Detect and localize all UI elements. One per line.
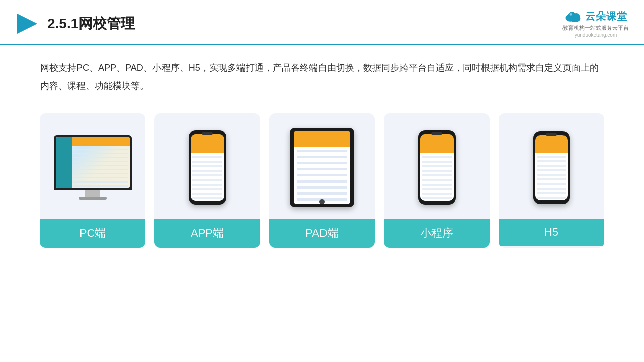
cards-container: PC端 APP端	[0, 95, 644, 248]
card-h5-image	[499, 113, 604, 219]
logo-text: 云朵课堂	[585, 10, 627, 23]
phone-screen-content-app	[191, 134, 224, 201]
card-miniapp-label: 小程序	[384, 219, 490, 248]
logo-tagline: 教育机构一站式服务云平台	[562, 24, 629, 32]
svg-point-4	[573, 13, 580, 19]
cloud-icon	[564, 9, 582, 23]
svg-point-5	[570, 13, 572, 16]
card-app-image	[154, 113, 260, 219]
pc-screen-inner	[56, 137, 130, 188]
logo-cloud: 云朵课堂	[564, 9, 627, 23]
phone-notch-app	[202, 132, 213, 135]
card-app: APP端	[154, 113, 260, 248]
card-app-label: APP端	[154, 219, 260, 248]
card-pad-label: PAD端	[269, 219, 375, 248]
description: 网校支持PC、APP、PAD、小程序、H5，实现多端打通，产品各终端自由切换，数…	[0, 45, 644, 95]
phone-outer-app	[189, 130, 226, 205]
tablet-screen-content	[294, 131, 350, 204]
pc-base	[79, 197, 107, 200]
card-pad: PAD端	[269, 113, 375, 248]
card-h5-label: H5	[499, 219, 604, 246]
card-miniapp-image	[384, 113, 490, 219]
device-tablet	[290, 128, 354, 207]
card-pc-label: PC端	[40, 219, 145, 248]
device-phone-miniapp	[418, 130, 456, 205]
phone-screen-miniapp	[420, 134, 454, 201]
pc-stand	[85, 190, 100, 197]
phone-screen-h5	[535, 135, 568, 200]
card-h5: H5	[499, 113, 604, 248]
device-phone-h5	[533, 131, 570, 204]
card-miniapp: 小程序	[384, 113, 490, 248]
pc-screen-content	[56, 137, 130, 188]
tablet-home-button	[319, 199, 325, 204]
phone-outer-miniapp	[418, 130, 456, 205]
card-pc: PC端	[40, 113, 145, 248]
card-pad-image	[269, 113, 375, 219]
page-title: 2.5.1网校管理	[47, 14, 135, 33]
device-phone-app	[189, 130, 226, 205]
phone-screen-h5-content	[535, 135, 568, 200]
device-pc	[54, 135, 132, 200]
phone-screen-content-miniapp	[420, 134, 454, 201]
play-icon	[15, 12, 39, 36]
svg-marker-0	[17, 14, 37, 34]
logo-url: yunduoketang.com	[575, 32, 617, 38]
phone-screen-app	[191, 134, 224, 201]
phone-notch-h5	[546, 133, 557, 136]
phone-outer-h5	[533, 131, 570, 204]
phone-notch-miniapp	[431, 132, 442, 135]
tablet-outer	[290, 128, 354, 207]
logo-area: 云朵课堂 教育机构一站式服务云平台 yunduoketang.com	[562, 9, 629, 38]
header-left: 2.5.1网校管理	[15, 12, 135, 36]
header: 2.5.1网校管理 云朵课堂 教育机构一站式服务云平台 yunduoketang…	[0, 0, 644, 45]
description-text: 网校支持PC、APP、PAD、小程序、H5，实现多端打通，产品各终端自由切换，数…	[40, 59, 604, 95]
tablet-screen	[294, 131, 350, 204]
card-pc-image	[40, 113, 145, 219]
pc-screen-outer	[54, 135, 132, 190]
